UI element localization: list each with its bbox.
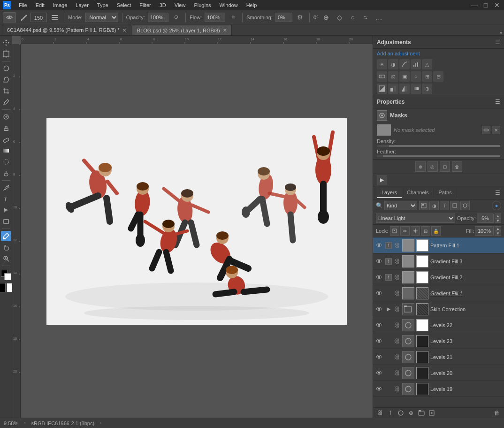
menu-window[interactable]: Window [216,1,242,9]
path-selection-tool[interactable] [1,205,11,215]
mode-select[interactable]: Normal [85,13,118,22]
bw-icon[interactable]: ○ [411,71,421,82]
polygonal-lasso-tool[interactable] [1,75,11,85]
tab-active-close[interactable]: ✕ [122,28,126,33]
layer-visibility-btn[interactable]: 👁 [375,385,383,393]
dodge-tool[interactable] [1,168,11,178]
hsl-icon[interactable]: ⚖ [388,71,398,82]
tool-preset[interactable] [3,12,16,23]
layer-item[interactable]: 👁 f ⛓ Gradient Fill 2 [373,269,504,285]
channel-mixer-icon[interactable]: ⊟ [433,71,443,82]
blur-tool[interactable] [1,157,11,167]
layer-link-btn[interactable]: ⛓ [394,242,400,249]
tab-inactive-close[interactable]: ✕ [223,28,227,33]
layer-link-btn[interactable]: ⛓ [394,274,400,281]
filter-smartobj-btn[interactable] [460,201,470,210]
rectangle-tool[interactable] [1,216,11,227]
adjustments-menu-btn[interactable]: ☰ [495,39,500,46]
brush-size-value[interactable]: 150 [30,13,47,22]
menu-3d[interactable]: 3D [156,1,170,9]
background-color[interactable] [4,273,11,280]
filter-adjustment-btn[interactable]: ◑ [429,201,439,210]
fill-input[interactable] [475,226,494,236]
feather-slider[interactable] [377,155,500,157]
levels-icon[interactable] [411,59,421,69]
menu-select[interactable]: Select [113,1,135,9]
layer-link-btn[interactable]: ⛓ [394,370,400,376]
lock-paint-btn[interactable]: ✏ [400,226,410,236]
add-mask-btn[interactable] [397,409,405,417]
fill-up-btn[interactable]: ▲ [495,226,501,231]
mask-options-btn[interactable] [482,126,490,134]
stamp-tool[interactable] [1,123,11,133]
close-btn[interactable]: ✕ [492,0,502,10]
create-adjustment-btn[interactable]: ⊕ [407,409,415,417]
pressure-icon[interactable]: ◇ [334,12,344,23]
move-tool[interactable] [1,38,11,48]
menu-view[interactable]: View [171,1,190,9]
panels-collapse-btn[interactable]: » [497,30,504,35]
layer-item[interactable]: 👁 ⛓ Gradient Fill 1 [373,285,504,301]
lock-all-btn[interactable]: 🔒 [431,226,441,236]
opacity-up-btn[interactable]: ▲ [495,214,501,218]
layer-visibility-btn[interactable]: 👁 [375,289,383,298]
layer-item[interactable]: 👁 f ⛓ Gradient Fill 3 [373,253,504,269]
filter-shape-btn[interactable] [450,201,459,210]
tab-paths[interactable]: Paths [434,188,457,198]
link-layers-btn[interactable]: ⛓ [376,409,384,417]
mask-delete-btn[interactable]: ✕ [492,126,500,134]
mask-apply-btn[interactable]: ⊕ [415,161,426,172]
layer-visibility-btn[interactable]: 👁 [375,353,383,361]
menu-image[interactable]: Image [49,1,71,9]
brush-settings-icon[interactable] [50,12,60,23]
opacity-icon[interactable]: ⊙ [171,12,182,23]
healing-brush-tool[interactable] [1,112,11,122]
layer-fx-btn[interactable]: f [385,242,392,249]
minimize-btn[interactable]: — [469,0,480,10]
layer-visibility-btn[interactable]: 👁 [375,257,383,266]
properties-menu-btn[interactable]: ☰ [495,99,500,105]
extra-options-icon[interactable]: … [374,12,384,23]
layer-expand-arrow[interactable]: ▶ [385,306,392,313]
menu-filter[interactable]: Filter [136,1,154,9]
artboard-tool[interactable] [1,49,11,59]
selective-color-icon[interactable]: ⊕ [422,84,432,94]
hand-tool[interactable] [1,242,11,252]
invert-icon[interactable] [377,84,387,94]
status-arrow-2[interactable]: › [100,420,101,426]
mask-trash-btn[interactable]: 🗑 [452,161,462,172]
blend-mode-select[interactable]: Linear Light [376,214,455,223]
create-group-btn[interactable] [417,409,426,417]
mask-mode-btn[interactable] [0,283,6,292]
layer-visibility-btn[interactable]: 👁 [375,321,383,329]
airbrush-icon[interactable]: ○ [347,12,358,23]
zoom-tool[interactable] [1,253,11,264]
gradient-tool[interactable] [1,145,11,156]
tab-channels[interactable]: Channels [402,188,434,198]
smoothing-input[interactable] [275,13,292,22]
photo-filter-icon[interactable]: ⊞ [422,71,432,82]
canvas-content[interactable] [21,44,373,418]
layer-link-btn[interactable]: ⛓ [394,354,400,360]
filter-pixel-btn[interactable] [419,201,428,210]
opacity-input[interactable] [148,13,168,22]
layer-visibility-btn[interactable]: 👁 [375,369,383,377]
layer-item[interactable]: 👁 ⛓ Levels 19 [373,381,504,397]
lasso-tool[interactable] [1,63,11,74]
add-style-btn[interactable]: f [386,409,395,417]
layer-visibility-btn[interactable]: 👁 [375,337,383,345]
layer-item[interactable]: 👁 ⛓ Levels 20 [373,365,504,381]
lock-position-btn[interactable] [411,226,420,236]
opacity-input[interactable] [477,214,494,223]
create-layer-btn[interactable] [428,409,436,417]
layer-list[interactable]: 👁 f ⛓ Pattern Fill 1 👁 f ⛓ Gradi [373,237,504,407]
menu-file[interactable]: File [15,1,31,9]
posterize-icon[interactable] [388,84,398,94]
menu-layer[interactable]: Layer [72,1,92,9]
lock-pixel-btn[interactable] [390,226,399,236]
menu-help[interactable]: Help [243,1,261,9]
layer-link-btn[interactable]: ⛓ [394,306,400,313]
flow-input[interactable] [205,13,225,22]
layer-visibility-btn[interactable]: 👁 [375,241,383,250]
layer-item[interactable]: 👁 ⛓ Levels 21 [373,349,504,365]
